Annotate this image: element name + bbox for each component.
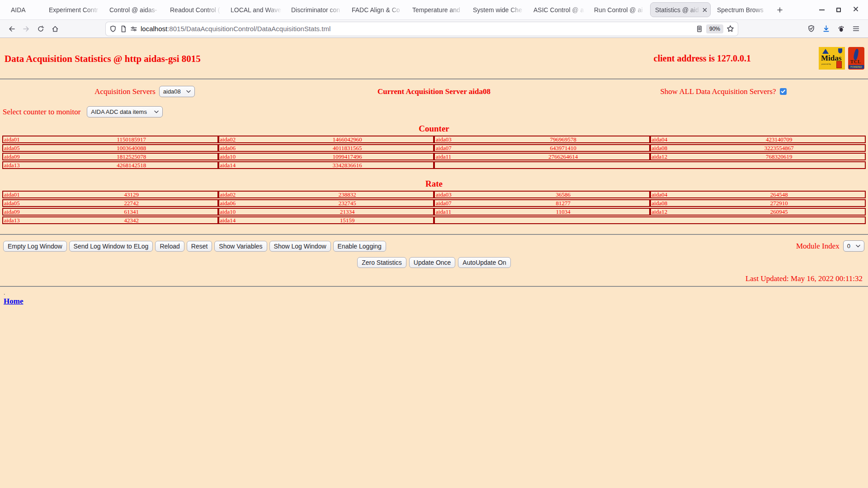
tab-run-control-ai[interactable]: Run Control @ ai	[589, 0, 649, 19]
tracking-protection-shield-icon[interactable]	[109, 25, 117, 33]
show-log-window-button[interactable]: Show Log Window	[269, 241, 331, 252]
cell-value: 272910	[693, 199, 866, 207]
shield-check-extension-icon[interactable]	[807, 25, 815, 33]
empty-log-window-button[interactable]: Empty Log Window	[3, 241, 67, 252]
divider-top	[0, 79, 868, 80]
forward-button[interactable]	[19, 22, 33, 36]
table-row: aida011150185917aida021466042960aida0379…	[2, 136, 866, 143]
module-index-label: Module Index	[796, 242, 840, 251]
empty-cell	[434, 161, 866, 169]
footprint-extension-icon[interactable]	[837, 25, 845, 33]
tab-close-button[interactable]	[702, 7, 708, 13]
close-window-button[interactable]	[853, 6, 859, 14]
url-host: localhost	[141, 25, 167, 33]
module-index-select[interactable]: 0	[843, 240, 864, 252]
cell-label: aida03	[434, 191, 477, 198]
reload-button[interactable]	[33, 22, 48, 36]
home-button[interactable]	[48, 22, 62, 36]
counter-monitor-select[interactable]: AIDA ADC data items	[87, 106, 163, 117]
cell-value: 1466042960	[262, 136, 434, 143]
enable-logging-button[interactable]: Enable Logging	[333, 241, 386, 252]
tab-control-aidas[interactable]: Control @ aidas-	[104, 0, 165, 19]
tab-readout-control[interactable]: Readout Control (	[165, 0, 225, 19]
cell-value: 232745	[262, 199, 434, 207]
client-address-text: client address is 127.0.0.1	[654, 50, 751, 64]
cell-value: 4011831565	[262, 144, 434, 152]
show-all-checkbox[interactable]	[780, 88, 787, 95]
tab-label: AIDA	[11, 6, 41, 14]
midas-logo[interactable]: Midas powered by	[819, 47, 845, 70]
tab-label: ASIC Control @ a	[533, 6, 586, 14]
tab-label: Spectrum Brows	[717, 6, 769, 14]
minimize-button[interactable]	[819, 9, 825, 10]
tab-temperature-and[interactable]: Temperature and	[407, 0, 467, 19]
tab-experiment-contr[interactable]: Experiment Contr	[43, 0, 104, 19]
reset-button[interactable]: Reset	[187, 241, 212, 252]
tab-label: Discriminator con	[291, 6, 344, 14]
send-log-window-to-elog-button[interactable]: Send Log Window to ELog	[69, 241, 153, 252]
cell-label: aida07	[434, 199, 477, 207]
back-button[interactable]	[5, 22, 19, 36]
module-index-group: Module Index 0	[796, 240, 864, 252]
cell-label: aida07	[434, 144, 477, 152]
new-tab-button[interactable]	[772, 0, 788, 19]
tab-system-wide-che[interactable]: System wide Che	[467, 0, 528, 19]
tab-local-and-wave[interactable]: LOCAL and Wave	[225, 0, 286, 19]
tab-fadc-align-co[interactable]: FADC Align & Co	[346, 0, 407, 19]
tab-aida[interactable]: AIDA	[0, 0, 43, 19]
tab-label: Run Control @ ai	[594, 6, 646, 14]
acquisition-servers-label: Acquisition Servers	[94, 87, 156, 96]
midas-triangle-icon	[822, 49, 829, 54]
tcl-powered-logo[interactable]: TCL POWERED	[848, 47, 864, 70]
home-link[interactable]: Home	[4, 297, 23, 306]
counter-select-row: Select counter to monitor AIDA ADC data …	[3, 106, 868, 117]
cell-label: aida09	[2, 153, 46, 160]
url-text[interactable]: localhost:8015/DataAcquisitionControl/Da…	[141, 25, 693, 33]
cell-value: 43129	[46, 191, 218, 198]
menu-hamburger-icon[interactable]	[852, 25, 860, 33]
chevron-down-icon	[186, 90, 191, 93]
check-icon	[781, 89, 786, 94]
permissions-sliders-icon[interactable]	[130, 25, 137, 33]
tab-spectrum-brows[interactable]: Spectrum Brows	[712, 0, 772, 19]
cell-value: 260945	[693, 208, 866, 216]
cell-value: 3223554867	[693, 144, 866, 152]
tab-statistics-aid[interactable]: Statistics @ aid	[650, 2, 711, 17]
cell-value: 36586	[477, 191, 650, 198]
home-icon	[52, 25, 59, 33]
stray-dot: .	[4, 290, 868, 296]
page-info-icon[interactable]	[120, 25, 127, 33]
chevron-down-icon	[154, 110, 159, 113]
cell-value: 264548	[693, 191, 866, 198]
cell-label: aida11	[434, 153, 477, 160]
table-row: aida1342342aida1415159	[2, 216, 866, 224]
show-variables-button[interactable]: Show Variables	[214, 241, 267, 252]
back-icon	[8, 25, 15, 33]
cell-label: aida02	[218, 136, 262, 143]
minimize-icon	[819, 9, 825, 10]
page-content: Data Acquisition Statistics @ http aidas…	[0, 50, 868, 306]
tab-label: LOCAL and Wave	[231, 6, 283, 14]
bookmark-star-icon[interactable]	[726, 25, 734, 33]
tab-discriminator-con[interactable]: Discriminator con	[286, 0, 346, 19]
reload-page-button[interactable]: Reload	[155, 241, 184, 252]
autoupdate-on-button[interactable]: AutoUpdate On	[458, 257, 511, 268]
cell-label: aida01	[2, 191, 46, 198]
maximize-button[interactable]	[836, 8, 841, 12]
zero-statistics-button[interactable]: Zero Statistics	[357, 257, 406, 268]
update-once-button[interactable]: Update Once	[409, 257, 456, 268]
cell-label: aida12	[650, 153, 693, 160]
show-all-label: Show ALL Data Acquisition Servers?	[660, 87, 776, 96]
cell-value: 11034	[477, 208, 650, 216]
downloads-icon[interactable]	[822, 25, 830, 33]
acquisition-server-select[interactable]: aida08	[159, 86, 195, 97]
rate-table: aida0143129aida02238832aida0336586aida04…	[2, 190, 866, 225]
empty-cell	[434, 216, 866, 224]
reader-view-icon[interactable]	[696, 25, 703, 33]
tab-asic-control-a[interactable]: ASIC Control @ a	[528, 0, 589, 19]
cell-label: aida08	[650, 144, 693, 152]
zoom-indicator[interactable]: 90%	[706, 24, 723, 33]
cell-value: 238832	[262, 191, 434, 198]
divider-bottom	[0, 286, 868, 287]
url-bar[interactable]: localhost:8015/DataAcquisitionControl/Da…	[106, 22, 738, 36]
